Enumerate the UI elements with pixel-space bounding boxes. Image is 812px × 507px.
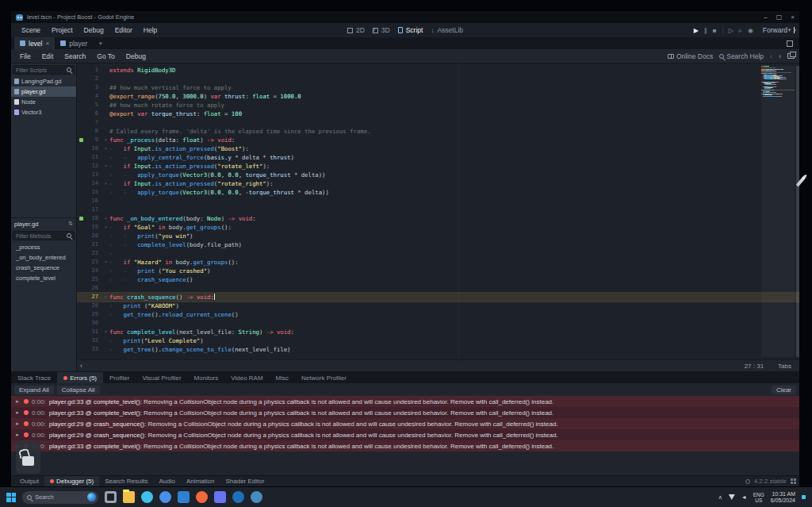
method-item-crash-sequence[interactable]: crash_sequence: [11, 263, 76, 273]
code-scroll-area[interactable]: 1extends RigidBody3D23## how much vertic…: [77, 63, 799, 359]
code-line-5[interactable]: 5## how much rotate force to apply: [77, 101, 799, 109]
methods-sort-icon[interactable]: ⇅: [68, 221, 73, 227]
bottom-tab-search-results[interactable]: Search Results: [99, 476, 153, 486]
expand-arrow-icon[interactable]: ▸: [14, 421, 21, 427]
network-icon[interactable]: [729, 494, 735, 500]
code-line-16[interactable]: 16: [77, 197, 799, 205]
scrollbar-thumb[interactable]: [796, 66, 799, 357]
script-menu-go-to[interactable]: Go To: [91, 52, 121, 60]
code-line-21[interactable]: 21» » complete_level(body.file_path): [77, 240, 799, 249]
menu-debug[interactable]: Debug: [79, 26, 109, 34]
search-help-button[interactable]: Search Help: [719, 52, 764, 60]
code-line-25[interactable]: 25» » crash_sequence(): [77, 275, 799, 284]
notification-icon[interactable]: [802, 495, 806, 499]
workspace-tab-3d[interactable]: 3D: [373, 26, 390, 34]
language-indicator[interactable]: ENG US: [753, 492, 764, 503]
code-line-22[interactable]: 22»: [77, 249, 799, 258]
workspace-tab-assetlib[interactable]: ↓AssetLib: [431, 26, 463, 34]
code-line-28[interactable]: 28» print ("KABOOM"): [77, 302, 799, 310]
stop-button[interactable]: ■: [713, 27, 717, 34]
code-editor[interactable]: 1extends RigidBody3D23## how much vertic…: [77, 63, 799, 371]
scene-tab-level[interactable]: level×: [14, 37, 55, 49]
code-line-12[interactable]: 12▾» if Input.is_action_pressed("rotate_…: [77, 162, 799, 171]
float-panel-icon[interactable]: [787, 53, 795, 59]
debugger-tab-misc[interactable]: Misc: [270, 372, 295, 383]
script-item-langingpad-gd[interactable]: LangingPad.gd: [11, 76, 76, 86]
script-item-node[interactable]: Node: [11, 97, 76, 107]
outlook-icon[interactable]: [178, 491, 190, 503]
online-docs-button[interactable]: Online Docs: [668, 52, 713, 60]
add-tab-button[interactable]: +: [93, 40, 108, 48]
expand-arrow-icon[interactable]: ▸: [14, 409, 21, 416]
debugger-tab-profiler[interactable]: Profiler: [103, 372, 136, 383]
debugger-tab-errors-5[interactable]: Errors (5): [57, 372, 103, 383]
code-line-7[interactable]: 7: [77, 118, 799, 127]
layout-grid-icon[interactable]: [791, 478, 796, 484]
scene-tab-player[interactable]: player: [55, 37, 93, 49]
godot-icon[interactable]: [251, 491, 262, 503]
expand-all-button[interactable]: Expand All: [14, 386, 54, 394]
play-custom-scene-button[interactable]: ▹: [739, 27, 742, 34]
play-scene-button[interactable]: ▷: [729, 27, 733, 34]
firefox-icon[interactable]: [196, 491, 208, 503]
code-line-4[interactable]: 4@export_range(750.0, 3000.0) var thrust…: [77, 92, 799, 101]
code-line-11[interactable]: 11» » apply_central_force(basis.y * delt…: [77, 153, 799, 162]
vertical-scrollbar[interactable]: [796, 66, 799, 357]
code-line-17[interactable]: 17: [77, 205, 799, 214]
clear-button[interactable]: Clear: [772, 386, 796, 394]
movie-maker-button[interactable]: ◉: [748, 27, 753, 34]
filter-methods-input[interactable]: [13, 231, 75, 240]
bottom-tab-shader-editor[interactable]: Shader Editor: [220, 476, 270, 486]
bottom-tab-animation[interactable]: Animation: [181, 476, 220, 486]
code-line-23[interactable]: 23▾» if "Hazard" in body.get_groups():: [77, 258, 799, 267]
collapse-all-button[interactable]: Collapse All: [57, 386, 100, 394]
code-line-27[interactable]: 27▾func crash_sequence() -> void:: [77, 293, 799, 302]
code-line-31[interactable]: 31▾func complete_level(next_level_file: …: [77, 328, 799, 336]
edge-icon[interactable]: [141, 491, 153, 503]
code-line-8[interactable]: 8# Called every frame. 'delta' is the el…: [77, 127, 799, 136]
menu-editor[interactable]: Editor: [109, 26, 138, 34]
method-item-complete-level[interactable]: complete_level: [11, 273, 76, 283]
code-line-14[interactable]: 14▾» if Input.is_action_pressed("rotate_…: [77, 179, 799, 188]
bottom-tab-debugger-5[interactable]: Debugger (5): [44, 476, 99, 486]
filter-scripts-input[interactable]: [13, 65, 75, 75]
script-item-player-gd[interactable]: player.gd: [11, 86, 76, 97]
history-back-button[interactable]: ‹: [770, 52, 772, 60]
script-menu-debug[interactable]: Debug: [121, 52, 151, 60]
task-view-icon[interactable]: [105, 491, 117, 503]
renderer-select[interactable]: Forward+ ▾: [763, 26, 795, 34]
debugger-tab-stack-trace[interactable]: Stack Trace: [11, 372, 57, 383]
menu-help[interactable]: Help: [138, 26, 163, 34]
debugger-tab-monitors[interactable]: Monitors: [188, 372, 225, 383]
code-line-3[interactable]: 3## how much vertical force to apply: [77, 83, 799, 92]
expand-arrow-icon[interactable]: ▸: [14, 432, 21, 438]
script-menu-search[interactable]: Search: [59, 52, 91, 60]
error-row-3[interactable]: ▸0:00:player.gd:29 @ crash_sequence(): R…: [11, 418, 799, 429]
code-line-9[interactable]: 9▾func _process(delta: float) -> void:: [77, 136, 799, 144]
code-line-33[interactable]: 33» get_tree().change_scene_to_file(next…: [77, 345, 799, 354]
debugger-tab-visual-profiler[interactable]: Visual Profiler: [136, 372, 187, 383]
code-line-30[interactable]: 30: [77, 319, 799, 328]
chrome-icon[interactable]: [159, 491, 171, 503]
code-line-29[interactable]: 29» get_tree().reload_current_scene(): [77, 310, 799, 319]
error-row-4[interactable]: ▸0:00:player.gd:29 @ crash_sequence(): R…: [11, 429, 799, 440]
script-item-vector3[interactable]: Vector3: [11, 107, 76, 117]
start-button[interactable]: [6, 493, 16, 502]
method-item-on-body-entered[interactable]: _on_body_entered: [11, 252, 76, 263]
code-line-18[interactable]: 18▾func _on_body_entered(body: Node) -> …: [77, 214, 799, 223]
discord-icon[interactable]: [214, 491, 226, 503]
pause-button[interactable]: ∥: [704, 27, 707, 34]
bottom-tab-output[interactable]: Output: [14, 476, 44, 486]
code-line-10[interactable]: 10▾» if Input.is_action_pressed("Boost")…: [77, 144, 799, 153]
workspace-tab-2d[interactable]: 2D: [347, 26, 365, 34]
distraction-free-icon[interactable]: [787, 40, 793, 47]
code-line-20[interactable]: 20» » print("you win"): [77, 232, 799, 240]
clock[interactable]: 10:31 AM 6/05/2024: [771, 491, 795, 504]
code-line-32[interactable]: 32» print("Level Complete"): [77, 336, 799, 345]
error-row-2[interactable]: ▸0:00:player.gd:33 @ complete_level(): R…: [11, 407, 799, 418]
code-line-26[interactable]: 26: [77, 284, 799, 293]
scroll-left-icon[interactable]: ‹: [80, 362, 82, 370]
play-button[interactable]: ▶: [694, 27, 699, 34]
menu-scene[interactable]: Scene: [16, 26, 46, 34]
file-explorer-icon[interactable]: [123, 491, 135, 503]
